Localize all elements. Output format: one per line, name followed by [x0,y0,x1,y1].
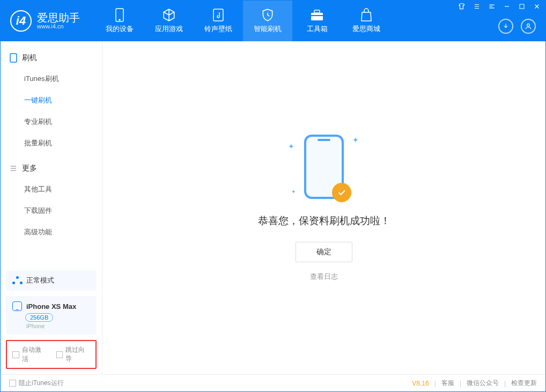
toolbox-icon [310,8,324,22]
checkbox-icon [56,351,63,358]
header-right [498,19,536,34]
app-title: 爱思助手 [37,12,80,23]
tab-label: 我的设备 [106,24,134,34]
sidebar-item-other-tools[interactable]: 其他工具 [1,179,102,200]
mode-icon [12,276,22,285]
lines-icon[interactable] [488,2,496,11]
maximize-button[interactable] [518,2,526,11]
logo[interactable]: i4 爱思助手 www.i4.cn [1,10,90,32]
shield-icon [261,8,275,22]
tab-label: 爱思商城 [352,24,380,34]
menu-icon[interactable] [473,2,481,11]
svg-rect-8 [10,54,17,62]
section-title: 更多 [22,164,37,173]
sidebar-section-flash[interactable]: 刷机 [1,48,102,68]
tab-label: 应用游戏 [155,24,183,34]
tab-store[interactable]: 爱思商城 [342,1,391,41]
tab-toolbox[interactable]: 工具箱 [292,1,342,41]
tab-smart-flash[interactable]: 智能刷机 [243,1,292,41]
checkbox-block-itunes[interactable]: 阻止iTunes运行 [9,379,64,388]
footer-link-service[interactable]: 客服 [441,379,454,388]
app-subtitle: www.i4.cn [37,23,80,29]
footer: 阻止iTunes运行 V8.16 | 客服 | 微信公众号 | 检查更新 [1,374,545,391]
device-storage: 256GB [25,313,53,322]
sparkle-icon: ✦ [291,189,296,195]
svg-rect-4 [311,13,323,20]
tab-label: 工具箱 [307,24,328,34]
check-badge-icon [332,183,351,202]
tab-apps-games[interactable]: 应用游戏 [144,1,194,41]
tshirt-icon[interactable] [458,2,466,11]
svg-point-2 [119,19,120,20]
mode-card[interactable]: 正常模式 [6,270,97,291]
phone-icon [9,54,18,62]
footer-link-wechat[interactable]: 微信公众号 [467,379,499,388]
list-icon [9,164,18,173]
tab-ringtone-wallpaper[interactable]: 铃声壁纸 [194,1,243,41]
checkbox-label: 跳过向导 [65,345,90,364]
body: 刷机 iTunes刷机 一键刷机 专业刷机 批量刷机 更多 其他工具 下载固件 … [1,41,545,374]
success-illustration: ✦ ✦ ✦ [304,135,344,199]
nav-tabs: 我的设备 应用游戏 铃声壁纸 智能刷机 工具箱 爱思商城 [95,1,391,41]
svg-point-7 [527,24,530,26]
tab-label: 智能刷机 [254,24,282,34]
checkbox-label: 自动激活 [22,345,47,364]
tab-my-device[interactable]: 我的设备 [95,1,144,41]
download-button[interactable] [498,19,513,34]
app-window: i4 爱思助手 www.i4.cn 我的设备 应用游戏 铃声壁纸 智能刷机 [0,0,546,392]
header: i4 爱思助手 www.i4.cn 我的设备 应用游戏 铃声壁纸 智能刷机 [1,1,545,41]
sparkle-icon: ✦ [288,142,294,151]
device-icon [113,8,127,22]
device-phone-icon [12,301,22,311]
footer-link-update[interactable]: 检查更新 [511,379,537,388]
cube-icon [162,8,176,22]
confirm-button[interactable]: 确定 [296,242,352,262]
music-file-icon [211,8,225,22]
sidebar-item-oneclick-flash[interactable]: 一键刷机 [1,90,102,111]
view-log-link[interactable]: 查看日志 [310,272,338,282]
main-content: ✦ ✦ ✦ 恭喜您，保资料刷机成功啦！ 确定 查看日志 [102,41,545,374]
checkbox-label: 阻止iTunes运行 [19,379,64,388]
user-button[interactable] [521,19,536,34]
sparkle-icon: ✦ [352,136,359,144]
sidebar-item-download-firmware[interactable]: 下载固件 [1,200,102,221]
options-box: 自动激活 跳过向导 [6,340,97,369]
svg-rect-3 [213,9,223,21]
sidebar-item-pro-flash[interactable]: 专业刷机 [1,111,102,132]
sidebar-section-more[interactable]: 更多 [1,158,102,179]
svg-rect-6 [311,15,323,16]
svg-rect-0 [520,4,524,9]
success-message: 恭喜您，保资料刷机成功啦！ [258,214,390,228]
window-controls [458,2,541,11]
bag-icon [359,8,373,22]
minimize-button[interactable] [503,2,511,11]
close-button[interactable] [533,2,541,11]
device-card[interactable]: iPhone XS Max 256GB iPhone [6,296,97,335]
checkbox-skip-guide[interactable]: 跳过向导 [56,345,91,364]
tab-label: 铃声壁纸 [204,24,232,34]
sidebar-item-advanced[interactable]: 高级功能 [1,221,102,243]
version-label: V8.16 [412,380,429,387]
checkbox-icon [9,380,16,387]
mode-label: 正常模式 [26,276,54,285]
checkbox-icon [12,351,19,358]
sidebar-item-batch-flash[interactable]: 批量刷机 [1,132,102,154]
sidebar-item-itunes-flash[interactable]: iTunes刷机 [1,68,102,90]
svg-rect-5 [314,10,320,13]
logo-icon: i4 [10,10,32,32]
section-title: 刷机 [22,53,37,63]
device-name: iPhone XS Max [26,302,76,310]
device-type: iPhone [26,323,90,329]
checkbox-auto-activate[interactable]: 自动激活 [12,345,47,364]
sidebar: 刷机 iTunes刷机 一键刷机 专业刷机 批量刷机 更多 其他工具 下载固件 … [1,41,102,374]
